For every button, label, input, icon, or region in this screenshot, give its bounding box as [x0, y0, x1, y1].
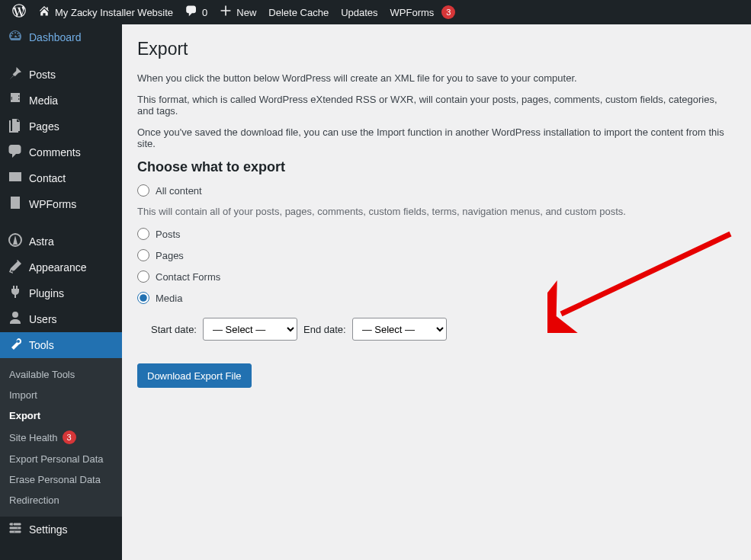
site-health-badge: 3: [63, 430, 76, 444]
comments-icon: [8, 143, 23, 162]
menu-tools[interactable]: Tools: [0, 332, 122, 358]
menu-contact[interactable]: Contact: [0, 165, 122, 191]
label-contact-forms[interactable]: Contact Forms: [156, 271, 220, 283]
site-title: My Zacky Installer Website: [55, 7, 173, 18]
admin-menu: Dashboard Posts Media Pages Comments Con…: [0, 24, 122, 560]
download-export-button[interactable]: Download Export File: [137, 363, 252, 388]
pages-icon: [8, 117, 23, 136]
menu-comments[interactable]: Comments: [0, 139, 122, 165]
updates-link[interactable]: Updates: [335, 0, 384, 24]
menu-media[interactable]: Media: [0, 88, 122, 114]
sub-export[interactable]: Export: [0, 405, 122, 426]
comments-count: 0: [202, 7, 207, 18]
sub-redirection[interactable]: Redirection: [0, 490, 122, 510]
intro-p1: When you click the button below WordPres…: [137, 72, 736, 84]
menu-facebook-feed[interactable]: Facebook Feed: [0, 554, 122, 560]
home-icon: [38, 5, 50, 20]
label-media[interactable]: Media: [156, 293, 182, 304]
tools-submenu: Available Tools Import Export Site Healt…: [0, 358, 122, 517]
menu-users[interactable]: Users: [0, 306, 122, 332]
label-all-content[interactable]: All content: [156, 185, 202, 197]
label-posts[interactable]: Posts: [156, 229, 181, 240]
option-contact-forms: Contact Forms: [137, 270, 736, 283]
end-date-label: End date:: [303, 324, 346, 335]
menu-wpforms[interactable]: WPForms: [0, 191, 122, 217]
form-icon: [8, 195, 23, 213]
main-content: Export When you click the button below W…: [122, 24, 751, 560]
menu-pages[interactable]: Pages: [0, 114, 122, 139]
delete-cache-link[interactable]: Delete Cache: [262, 0, 335, 24]
radio-pages[interactable]: [137, 249, 149, 261]
option-all-content: All content: [137, 184, 736, 197]
dashboard-icon: [8, 28, 23, 46]
radio-contact-forms[interactable]: [137, 270, 149, 283]
option-media: Media: [137, 292, 736, 304]
wrench-icon: [8, 336, 23, 354]
comments-menu[interactable]: 0: [179, 0, 213, 24]
menu-posts[interactable]: Posts: [0, 62, 122, 88]
page-title: Export: [137, 32, 736, 62]
wordpress-icon: [12, 4, 26, 21]
label-pages[interactable]: Pages: [156, 250, 184, 261]
all-content-desc: This will contain all of your posts, pag…: [137, 206, 736, 217]
wp-logo-menu[interactable]: [6, 0, 32, 24]
plug-icon: [8, 284, 23, 302]
sub-import[interactable]: Import: [0, 385, 122, 405]
menu-appearance[interactable]: Appearance: [0, 254, 122, 280]
site-name-menu[interactable]: My Zacky Installer Website: [32, 0, 179, 24]
start-date-select[interactable]: — Select —: [203, 318, 297, 341]
admin-toolbar: My Zacky Installer Website 0 New Delete …: [0, 0, 751, 24]
menu-settings[interactable]: Settings: [0, 517, 122, 542]
sub-export-personal[interactable]: Export Personal Data: [0, 449, 122, 469]
intro-p3: Once you've saved the download file, you…: [137, 126, 736, 149]
menu-dashboard[interactable]: Dashboard: [0, 24, 122, 50]
sub-site-health[interactable]: Site Health 3: [0, 426, 122, 449]
comment-icon: [185, 5, 197, 20]
brush-icon: [8, 258, 23, 277]
new-content-menu[interactable]: New: [213, 0, 262, 24]
radio-posts[interactable]: [137, 228, 149, 240]
pin-icon: [8, 66, 23, 84]
option-pages: Pages: [137, 249, 736, 261]
sub-erase-personal[interactable]: Erase Personal Data: [0, 469, 122, 490]
wpforms-link[interactable]: WPForms 3: [384, 0, 462, 24]
mail-icon: [8, 169, 23, 187]
plus-icon: [220, 5, 232, 20]
choose-heading: Choose what to export: [137, 159, 736, 175]
user-icon: [8, 310, 23, 328]
radio-all-content[interactable]: [137, 184, 149, 197]
sub-available-tools[interactable]: Available Tools: [0, 364, 122, 385]
menu-astra[interactable]: Astra: [0, 229, 122, 254]
option-posts: Posts: [137, 228, 736, 240]
menu-plugins[interactable]: Plugins: [0, 280, 122, 306]
date-filters: Start date: — Select — End date: — Selec…: [151, 318, 736, 341]
sliders-icon: [8, 520, 23, 539]
astra-icon: [8, 232, 23, 251]
new-label: New: [236, 7, 256, 18]
start-date-label: Start date:: [151, 324, 197, 335]
media-icon: [8, 91, 23, 110]
radio-media[interactable]: [137, 292, 149, 304]
wpforms-badge: 3: [441, 5, 455, 19]
end-date-select[interactable]: — Select —: [352, 318, 447, 341]
intro-p2: This format, which is called WordPress e…: [137, 94, 736, 117]
